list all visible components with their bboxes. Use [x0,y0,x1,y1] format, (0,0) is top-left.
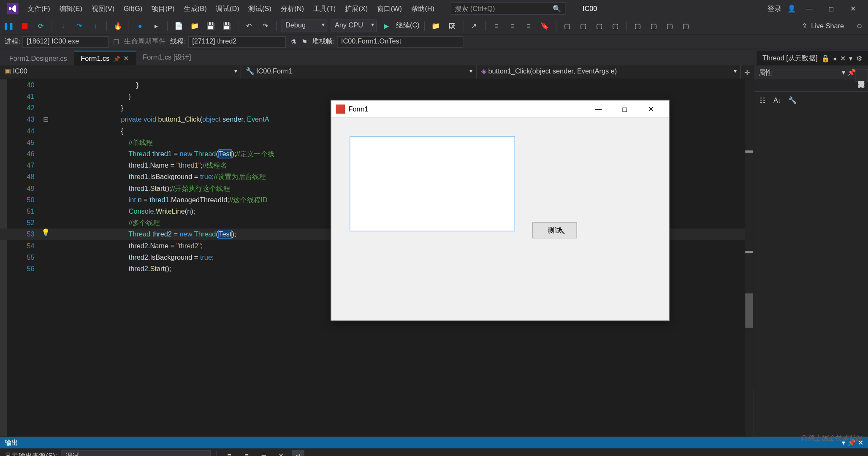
maximize-button[interactable]: ◻ [823,2,839,15]
debug-bar: 进程:[18612] IC00.exe ☐生命周期事件 线程:[27112] t… [0,35,868,49]
tab-form1-design[interactable]: Form1.cs [设计] [136,50,198,65]
menu-project[interactable]: 项目(P) [147,1,179,16]
tab-prev-icon[interactable]: ◂ [833,54,836,62]
out-goto-icon[interactable]: ≡ [223,450,236,456]
menu-test[interactable]: 测试(S) [244,1,276,16]
menu-file[interactable]: 文件(F) [23,1,54,16]
login-button[interactable]: 登录 [768,4,781,14]
thread-dropdown[interactable]: [27112] thred2 [188,36,286,47]
bookmark-icon[interactable]: 🔖 [538,19,551,32]
tb-icon-4[interactable]: ≡ [522,19,535,32]
wrench-icon[interactable]: 🔧 [786,94,799,107]
alphabetical-icon[interactable]: A↓ [771,94,784,107]
minimize-button[interactable]: — [802,2,818,15]
undo-icon[interactable]: ↶ [243,19,255,32]
close-icon[interactable]: ✕ [123,54,129,62]
form-title: Form1 [349,105,369,113]
feedback-icon[interactable]: ☺ [853,19,866,32]
nav-member-dropdown[interactable]: ◈ button1_Click(object sender, EventArgs… [477,65,741,79]
live-share-button[interactable]: ⇪Live Share [796,19,850,32]
stop-button[interactable] [19,19,31,32]
flag-icon[interactable]: ⚑ [301,38,308,46]
search-input[interactable]: 搜索 (Ctrl+Q)🔍 [450,2,565,15]
form-test-button[interactable]: 测试 [532,222,577,238]
settings-icon[interactable]: ⚙ [856,54,863,62]
tb-icon-8[interactable]: ▢ [609,19,622,32]
tb-icon-1[interactable]: ↗ [468,19,480,32]
nav-fwd-icon[interactable]: ▸ [150,19,163,32]
out-wrap-icon[interactable]: ↵ [292,450,304,456]
tb-icon-10[interactable]: ▢ [648,19,660,32]
nav-back-icon[interactable]: ● [134,19,146,32]
nav-project-dropdown[interactable]: ▣ IC00 [0,65,241,79]
watermark-label: @稀土掘金技术社区 [800,434,863,443]
open-icon[interactable]: 📁 [188,19,201,32]
new-item-icon[interactable]: 📄 [172,19,185,32]
image-icon[interactable]: 🖼 [445,19,458,32]
folder-icon[interactable]: 📁 [429,19,442,32]
platform-dropdown[interactable]: Any CPU [331,19,377,32]
tb-icon-2[interactable]: ≡ [490,19,503,32]
menu-extensions[interactable]: 扩展(X) [340,1,372,16]
menu-view[interactable]: 视图(V) [87,1,119,16]
stackframe-dropdown[interactable]: IC00.Form1.OnTest [337,36,463,47]
output-source-dropdown[interactable]: 调试 [62,450,211,456]
step-into-icon[interactable]: ↓ [57,19,70,32]
menu-edit[interactable]: 编辑(E) [55,1,87,16]
restart-button[interactable]: ⟳ [35,19,47,32]
menu-build[interactable]: 生成(B) [179,1,211,16]
filter-icon[interactable]: ⚗ [290,38,297,46]
step-out-icon[interactable]: ↑ [89,19,102,32]
form-titlebar[interactable]: Form1 — ◻ ✕ [331,100,669,118]
menu-help[interactable]: 帮助(H) [407,1,439,16]
split-icon[interactable]: ✛ [741,65,753,79]
form-textbox[interactable] [350,136,515,231]
tab-form1-cs[interactable]: Form1.cs📌✕ [74,51,136,65]
menu-analyze[interactable]: 分析(N) [276,1,309,16]
tab-thread-meta[interactable]: Thread [从元数据] [762,53,818,63]
stackframe-label: 堆栈帧: [312,37,335,46]
tb-icon-3[interactable]: ≡ [506,19,519,32]
output-title: 输出 [5,438,19,448]
scroll-overview[interactable] [745,79,753,437]
out-next-icon[interactable]: ≣ [258,450,270,456]
share-icon: ⇪ [802,22,808,30]
panel-dropdown-icon[interactable]: ▾ [842,68,845,76]
tab-more-icon[interactable]: ▾ [849,54,852,62]
form-minimize-button[interactable]: — [585,101,612,117]
menu-debug[interactable]: 调试(D) [211,1,244,16]
tb-icon-7[interactable]: ▢ [593,19,605,32]
user-icon[interactable]: 👤 [787,5,796,13]
tab-designer[interactable]: Form1.Designer.cs [2,52,74,65]
menu-git[interactable]: Git(G) [119,2,147,15]
nav-class-dropdown[interactable]: 🔧 IC00.Form1 [241,65,477,79]
close-button[interactable]: ✕ [845,2,861,15]
continue-label[interactable]: 继续(C) [396,21,419,30]
pause-button[interactable]: ❚❚ [2,19,15,32]
panel-pin-icon[interactable]: 📌 [847,68,856,76]
save-icon[interactable]: 💾 [204,19,217,32]
tb-icon-12[interactable]: ▢ [680,19,692,32]
tb-icon-5[interactable]: ▢ [561,19,573,32]
process-dropdown[interactable]: [18612] IC00.exe [23,36,109,47]
save-all-icon[interactable]: 💾 [220,19,233,32]
menu-tools[interactable]: 工具(T) [309,1,340,16]
pin-icon[interactable]: 📌 [113,55,120,62]
out-prev-icon[interactable]: ≡ [240,450,253,456]
menu-window[interactable]: 窗口(W) [372,1,407,16]
redo-icon[interactable]: ↷ [259,19,271,32]
form-close-button[interactable]: ✕ [638,101,665,117]
tb-icon-9[interactable]: ▢ [632,19,644,32]
categorized-icon[interactable]: ☷ [756,94,769,107]
tb-icon-6[interactable]: ▢ [577,19,589,32]
running-form-window[interactable]: Form1 — ◻ ✕ 测试 ↖ [331,100,669,321]
out-clear-icon[interactable]: ✕ [275,450,288,456]
config-dropdown[interactable]: Debug [281,19,327,32]
hot-reload-icon[interactable]: 🔥 [111,19,124,32]
tab-close-icon[interactable]: ✕ [840,54,846,62]
start-icon[interactable]: ▶ [380,19,393,32]
form-maximize-button[interactable]: ◻ [611,101,638,117]
tb-icon-11[interactable]: ▢ [664,19,676,32]
step-over-icon[interactable]: ↷ [73,19,86,32]
solution-explorer-tab[interactable]: 解决方案资源管理器 [855,69,868,81]
